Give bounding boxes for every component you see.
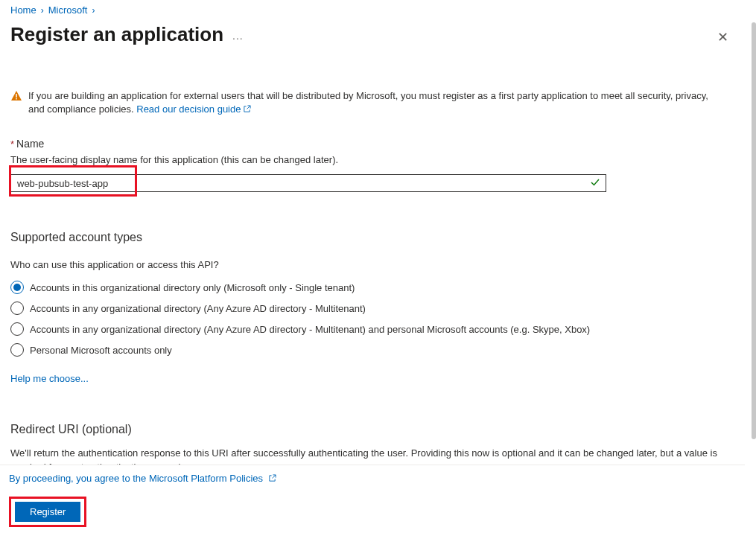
name-description: The user-facing display name for this ap…	[10, 154, 745, 165]
account-types-heading: Supported account types	[10, 231, 745, 244]
chevron-right-icon: ›	[41, 5, 44, 16]
warning-icon	[10, 90, 22, 104]
platform-policies-link[interactable]: By proceeding, you agree to the Microsof…	[9, 473, 276, 485]
highlight-box: Register	[9, 497, 86, 527]
breadcrumb-microsoft[interactable]: Microsoft	[48, 4, 88, 16]
breadcrumb-home[interactable]: Home	[10, 4, 36, 16]
account-types-radio-group: Accounts in this organizational director…	[10, 281, 745, 357]
warning-callout: If you are building an application for e…	[10, 89, 718, 117]
radio-label: Accounts in any organizational directory…	[30, 324, 590, 335]
help-choose-link[interactable]: Help me choose...	[10, 373, 89, 384]
radio-label: Personal Microsoft accounts only	[30, 345, 172, 356]
close-button[interactable]: ✕	[717, 25, 745, 45]
svg-rect-0	[16, 94, 17, 98]
external-link-icon	[243, 103, 251, 117]
breadcrumb: Home › Microsoft ›	[10, 4, 745, 16]
radio-icon	[10, 343, 24, 357]
redirect-heading: Redirect URI (optional)	[10, 423, 745, 436]
account-types-question: Who can use this application or access t…	[10, 259, 745, 270]
radio-label: Accounts in this organizational director…	[30, 282, 355, 293]
radio-icon	[10, 281, 24, 294]
decision-guide-link[interactable]: Read our decision guide	[136, 103, 251, 115]
page-title: Register an application	[10, 23, 223, 46]
radio-label: Accounts in any organizational directory…	[30, 303, 366, 314]
radio-personal-only[interactable]: Personal Microsoft accounts only	[10, 343, 745, 357]
name-label: Name	[16, 138, 44, 150]
footer: By proceeding, you agree to the Microsof…	[0, 465, 745, 536]
svg-rect-1	[16, 98, 17, 100]
radio-multitenant[interactable]: Accounts in any organizational directory…	[10, 302, 745, 315]
radio-icon	[10, 302, 24, 315]
scrollbar[interactable]	[752, 22, 756, 439]
radio-single-tenant[interactable]: Accounts in this organizational director…	[10, 281, 745, 294]
external-link-icon	[268, 473, 276, 485]
radio-multitenant-personal[interactable]: Accounts in any organizational directory…	[10, 322, 745, 336]
required-indicator: *	[10, 138, 14, 150]
warning-text: If you are building an application for e…	[28, 90, 708, 115]
radio-icon	[10, 322, 24, 336]
register-button[interactable]: Register	[15, 502, 80, 522]
more-actions-button[interactable]: ···	[232, 33, 244, 43]
name-input[interactable]	[10, 174, 606, 192]
chevron-right-icon: ›	[92, 5, 95, 16]
